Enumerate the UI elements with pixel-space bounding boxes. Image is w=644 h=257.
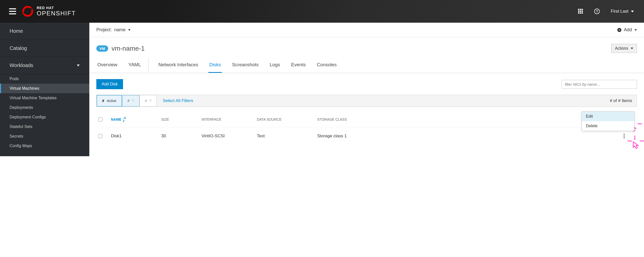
project-label: Project: — [96, 27, 112, 33]
svg-rect-9 — [582, 12, 583, 14]
brand-line2: OPENSHIFT — [37, 10, 76, 17]
cell-interface: ViritIO-SCSI — [200, 132, 256, 141]
filter-chip-label: ? — [149, 99, 151, 103]
svg-rect-1 — [578, 9, 579, 10]
row-actions-kebab[interactable] — [622, 132, 626, 140]
filter-bar: # Active # ? # ? Select All Filters # of… — [96, 95, 637, 107]
project-bar: Project: name + Add — [89, 23, 644, 37]
sidebar-item-home[interactable]: Home — [0, 23, 89, 40]
caret-down-icon — [631, 48, 633, 49]
tabs: Overview YAML Network Interfaces Disks S… — [89, 57, 644, 73]
column-header-storage-class[interactable]: STORAGE CLASS — [316, 115, 621, 123]
sort-icon: ↓AZ — [123, 116, 126, 122]
caret-down-icon — [631, 11, 634, 12]
svg-text:?: ? — [596, 9, 598, 13]
apps-grid-icon[interactable] — [578, 9, 583, 14]
tab-logs[interactable]: Logs — [269, 57, 281, 73]
svg-rect-7 — [578, 12, 579, 14]
menu-item-delete[interactable]: Delete — [582, 121, 634, 131]
menu-item-edit[interactable]: Edit — [582, 112, 634, 121]
column-header-data-source[interactable]: DATA SOURCE — [256, 115, 316, 123]
cell-name: Disk1 — [110, 132, 160, 141]
table-row: Disk1 30 ViritIO-SCSI Text Storage class… — [96, 127, 637, 145]
cell-size: 30 — [160, 132, 200, 141]
project-selector[interactable]: name — [114, 27, 131, 33]
tab-screenshots[interactable]: Screanshots — [231, 57, 260, 73]
tab-yaml[interactable]: YAML — [127, 57, 148, 73]
select-all-filters-link[interactable]: Select All Filters — [157, 95, 199, 107]
brand-line1: RED HAT — [37, 6, 76, 10]
actions-dropdown-button[interactable]: Actions — [611, 44, 637, 53]
svg-rect-6 — [582, 11, 583, 12]
sidebar-sub-stateful-sets[interactable]: Stateful Sets — [0, 122, 89, 132]
sidebar: Home Catalog Workloads Pods Virtual Mach… — [0, 23, 89, 156]
plus-circle-icon: + — [617, 28, 621, 32]
sidebar-label-catalog: Catalog — [10, 45, 27, 51]
project-value: name — [114, 27, 126, 33]
row-checkbox[interactable] — [98, 134, 102, 138]
vm-badge: VM — [96, 45, 108, 52]
svg-rect-5 — [580, 11, 581, 12]
add-disk-button[interactable]: Add Disk — [96, 79, 123, 89]
main-content: Project: name + Add VM vm-name-1 Actions — [89, 23, 644, 156]
add-label: Add — [624, 27, 632, 33]
hash-icon: # — [128, 99, 130, 103]
tab-overview[interactable]: Overview — [96, 57, 118, 73]
filter-chip-label: ? — [132, 99, 134, 103]
filter-input[interactable] — [561, 80, 637, 89]
filter-chip-placeholder-1[interactable]: # ? — [122, 95, 140, 107]
sidebar-item-catalog[interactable]: Catalog — [0, 40, 89, 57]
sidebar-sub-secrets[interactable]: Secrets — [0, 132, 89, 141]
cell-data-source: Text — [256, 132, 316, 141]
sidebar-label-workloads: Workloads — [10, 62, 33, 68]
user-display-name: First Last — [611, 9, 628, 14]
filter-chip-label: Active — [107, 99, 116, 103]
svg-rect-2 — [580, 9, 581, 10]
hamburger-menu-button[interactable] — [9, 8, 16, 14]
actions-label: Actions — [615, 46, 628, 51]
hash-icon: # — [102, 99, 104, 103]
column-header-name[interactable]: NAME ↓AZ — [110, 114, 160, 124]
sidebar-item-workloads[interactable]: Workloads — [0, 57, 89, 74]
tab-disks[interactable]: Disks — [208, 57, 222, 73]
top-bar: RED HAT OPENSHIFT ? First Last — [0, 0, 644, 23]
cell-storage-class: Storage class 1 — [316, 132, 621, 141]
table-header-row: NAME ↓AZ SIZE INTERFACE DATA SOURCE STOR… — [96, 112, 637, 127]
sidebar-sub-virtual-machines[interactable]: Virtual Machines — [0, 84, 89, 93]
page-title: vm-name-1 — [112, 45, 145, 52]
tab-events[interactable]: Events — [290, 57, 307, 73]
sidebar-label-home: Home — [10, 28, 23, 34]
tab-network-interfaces[interactable]: Network Interfaces — [157, 57, 199, 73]
sidebar-sub-deployments[interactable]: Deployments — [0, 103, 89, 112]
hash-icon: # — [145, 99, 147, 103]
svg-rect-3 — [582, 9, 583, 10]
row-actions-menu: Edit Delete — [582, 111, 634, 131]
sidebar-sub-config-maps[interactable]: Config Maps — [0, 141, 89, 151]
filter-chip-active[interactable]: # Active — [97, 95, 122, 107]
svg-rect-8 — [580, 12, 581, 14]
column-header-interface[interactable]: INTERFACE — [200, 115, 256, 123]
caret-down-icon — [128, 29, 131, 31]
tab-consoles[interactable]: Consoles — [316, 57, 338, 73]
user-menu[interactable]: First Last — [611, 9, 634, 14]
column-header-size[interactable]: SIZE — [160, 115, 200, 123]
brand-logo: RED HAT OPENSHIFT — [22, 6, 76, 17]
sidebar-sub-vm-templates[interactable]: Virtual Machine Templates — [0, 93, 89, 103]
add-button[interactable]: + Add — [617, 27, 637, 33]
sidebar-sub-pods[interactable]: Pods — [0, 74, 89, 84]
svg-rect-4 — [578, 11, 579, 12]
select-all-checkbox[interactable] — [98, 117, 102, 121]
filter-chip-placeholder-2[interactable]: # ? — [140, 95, 157, 107]
disks-table: NAME ↓AZ SIZE INTERFACE DATA SOURCE STOR… — [96, 112, 637, 145]
caret-down-icon — [634, 29, 637, 31]
openshift-icon — [22, 6, 33, 17]
sidebar-sub-deployment-configs[interactable]: Deployment Configs — [0, 112, 89, 122]
chevron-down-icon — [77, 65, 80, 67]
help-icon[interactable]: ? — [594, 9, 600, 14]
items-count: # of # Items — [605, 95, 637, 107]
